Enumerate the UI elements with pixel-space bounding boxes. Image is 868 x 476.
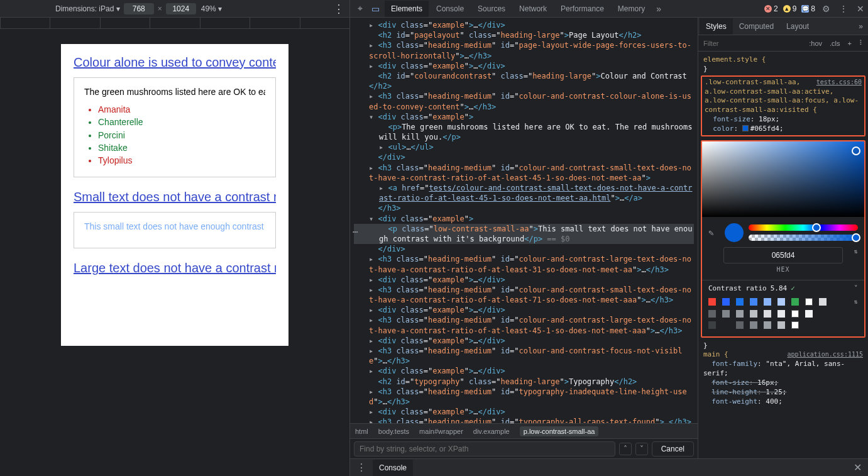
color-swatch[interactable] xyxy=(764,298,771,306)
styles-menu-icon[interactable]: ⠇ xyxy=(855,39,868,47)
color-swatch[interactable] xyxy=(722,321,730,329)
dom-tree-line[interactable]: </div> xyxy=(354,152,694,162)
dom-tree-line[interactable]: <h2 id="typography" class="heading-large… xyxy=(354,377,694,387)
color-swatch[interactable] xyxy=(819,298,827,306)
dom-tree-line[interactable]: ▸ <div class="example">…</div> xyxy=(354,366,694,376)
color-swatch[interactable] xyxy=(777,298,785,306)
heading-large-text[interactable]: Large text does not have a contrast rati… xyxy=(74,261,276,275)
color-swatch[interactable] xyxy=(736,298,744,306)
dom-tree-line[interactable]: </div> xyxy=(354,244,694,254)
breadcrumb-item[interactable]: main#wrapper xyxy=(419,428,463,435)
new-rule-icon[interactable]: + xyxy=(844,40,855,47)
color-swatch[interactable] xyxy=(708,321,716,329)
breadcrumb-item[interactable]: div.example xyxy=(473,428,510,435)
close-devtools-icon[interactable]: ✕ xyxy=(853,4,868,14)
styles-overflow-icon[interactable]: » xyxy=(855,22,867,31)
dom-tree-line[interactable]: ▾ <div class="example"> xyxy=(354,214,694,224)
dom-tree-line[interactable]: ▸ <a href="tests/colour-and-contrast-sma… xyxy=(354,183,694,203)
tab-styles[interactable]: Styles xyxy=(700,18,733,35)
dom-tree-line[interactable]: </h3> xyxy=(354,203,694,213)
format-toggle-icon[interactable]: ⇅ xyxy=(854,247,858,256)
dom-tree-line[interactable]: ▸ <div class="example">…</div> xyxy=(354,20,694,30)
breadcrumb-item[interactable]: p.low-contrast-small-aa xyxy=(520,426,599,436)
device-menu-icon[interactable]: ⋮ xyxy=(333,3,344,14)
dom-tree-line[interactable]: ▸ <h3 class="heading-medium" id="colour-… xyxy=(354,346,694,366)
color-swatch[interactable] xyxy=(777,321,785,329)
dom-tree-line[interactable]: ▸ <div class="example">…</div> xyxy=(354,305,694,315)
device-toggle-icon[interactable]: ▭ xyxy=(368,4,383,14)
dom-tree-line[interactable]: ▸ <div class="example">…</div> xyxy=(354,275,694,285)
color-field-handle[interactable] xyxy=(852,147,860,155)
dom-tree[interactable]: ▸ <div class="example">…</div> <h2 id="p… xyxy=(350,18,698,423)
contrast-ratio-row[interactable]: Contrast ratio 5.84 ✓ ˅ xyxy=(702,280,864,295)
dom-tree-line[interactable]: ▸ <h3 class="heading-medium" id="colour-… xyxy=(354,91,694,111)
dom-tree-line[interactable]: ▸ <div class="example">…</div> xyxy=(354,336,694,346)
tab-sources[interactable]: Sources xyxy=(471,1,512,17)
eyedropper-icon[interactable]: ✎ xyxy=(708,227,720,238)
color-swatch[interactable] xyxy=(750,298,757,306)
tab-computed[interactable]: Computed xyxy=(733,18,780,35)
color-swatches[interactable]: ⇅ xyxy=(702,295,864,331)
color-swatch[interactable] xyxy=(708,298,716,306)
breadcrumb-item[interactable]: html xyxy=(355,428,368,435)
palette-toggle-icon[interactable]: ⇅ xyxy=(854,297,858,306)
css-source-link[interactable]: tests.css:60 xyxy=(816,78,862,87)
heading-small-text-aa[interactable]: Small text does not have a contrast rati… xyxy=(74,190,276,204)
dom-tree-line[interactable]: ▸ <h3 class="heading-medium" id="typogra… xyxy=(354,387,694,407)
find-input[interactable] xyxy=(354,441,615,457)
kebab-icon[interactable]: ⋮ xyxy=(835,4,852,14)
find-cancel-button[interactable]: Cancel xyxy=(652,441,694,457)
dimensions-dropdown[interactable]: Dimensions: iPad ▾ xyxy=(55,4,120,13)
color-swatch[interactable] xyxy=(764,321,771,329)
width-input[interactable] xyxy=(124,3,154,14)
contrast-expand-icon[interactable]: ˅ xyxy=(854,284,858,294)
tabs-overflow-icon[interactable]: » xyxy=(652,4,665,14)
heading-colour-alone[interactable]: Colour alone is used to convey content xyxy=(74,55,276,69)
drawer-menu-icon[interactable]: ⋮ xyxy=(350,462,373,473)
dom-breadcrumbs[interactable]: html body.tests main#wrapper div.example… xyxy=(350,423,698,438)
color-swatch[interactable] xyxy=(736,321,744,329)
settings-icon[interactable]: ⚙ xyxy=(818,4,834,14)
inspect-icon[interactable]: ⌖ xyxy=(354,3,366,14)
dom-tree-line[interactable]: ▸ <ul>…</ul> xyxy=(354,142,694,152)
dom-tree-line[interactable]: ▸ <h3 class="heading-medium" id="colour-… xyxy=(354,285,694,305)
tab-network[interactable]: Network xyxy=(513,1,553,17)
tab-layout[interactable]: Layout xyxy=(780,18,815,35)
color-swatch[interactable] xyxy=(764,310,771,318)
dom-tree-line[interactable]: <h2 id="pagelayout" class="heading-large… xyxy=(354,30,694,40)
styles-filter-input[interactable] xyxy=(698,40,805,47)
color-swatch[interactable] xyxy=(791,310,799,318)
color-swatch[interactable] xyxy=(722,310,730,318)
dom-tree-line[interactable]: <p>The green mushrooms listed here are O… xyxy=(354,122,694,142)
styles-rules[interactable]: element.style { } tests.css:60 .low-cont… xyxy=(698,52,868,458)
color-picker[interactable]: ✎ ⇅ HEX Contrast ratio 5.8 xyxy=(701,140,865,338)
dom-tree-line[interactable]: ▸ <h3 class="heading-medium" id="colour-… xyxy=(354,254,694,274)
height-input[interactable] xyxy=(166,3,196,14)
color-swatch[interactable] xyxy=(791,298,799,306)
tab-console[interactable]: Console xyxy=(430,1,470,17)
dom-tree-line[interactable]: ▸ <div class="example">…</div> xyxy=(354,61,694,71)
alpha-slider[interactable] xyxy=(749,235,858,241)
dom-tree-line[interactable]: ▾ <div class="example"> xyxy=(354,112,694,122)
element-style-rule[interactable]: element.style { } xyxy=(701,54,865,75)
color-swatch[interactable] xyxy=(722,298,730,306)
tab-elements[interactable]: Elements xyxy=(385,1,429,17)
dom-tree-line[interactable]: ▸ <h3 class="heading-medium" id="colour-… xyxy=(354,163,694,183)
cls-toggle[interactable]: .cls xyxy=(826,40,844,47)
hov-toggle[interactable]: :hov xyxy=(805,40,826,47)
color-swatch[interactable] xyxy=(750,321,757,329)
dom-tree-line[interactable]: <h2 id="colourandcontrast" class="headin… xyxy=(354,71,694,91)
message-count[interactable]: 💬8 xyxy=(799,4,817,13)
css-rule-main[interactable]: } application.css:1115 main { font-famil… xyxy=(701,340,865,408)
breadcrumb-item[interactable]: body.tests xyxy=(378,428,409,435)
color-swatch[interactable] xyxy=(805,310,813,318)
dom-tree-line[interactable]: ▸ <h3 class="heading-medium" id="page-la… xyxy=(354,40,694,60)
dom-tree-line[interactable]: <p class="low-contrast-small-aa">This sm… xyxy=(354,224,694,244)
drawer-tab-console[interactable]: Console xyxy=(373,460,413,476)
find-prev-icon[interactable]: ˄ xyxy=(619,443,632,455)
color-swatch[interactable] xyxy=(805,298,813,306)
hex-input[interactable] xyxy=(723,247,843,263)
css-source-link[interactable]: application.css:1115 xyxy=(788,350,863,359)
color-swatch[interactable] xyxy=(777,310,785,318)
color-swatch[interactable] xyxy=(708,310,716,318)
